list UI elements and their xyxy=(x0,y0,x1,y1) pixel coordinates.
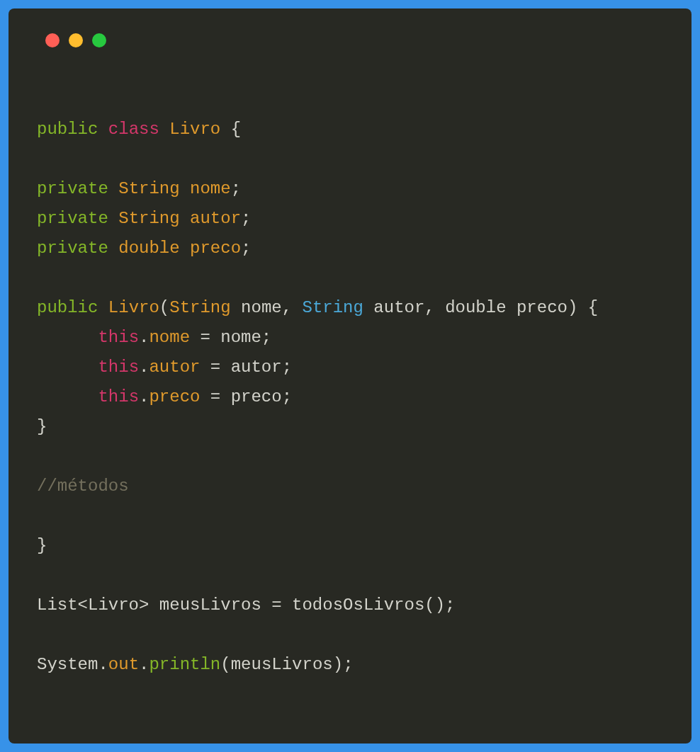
params-rest: autor, double preco xyxy=(363,298,568,317)
code-window: public class Livro { private String nome… xyxy=(9,8,691,744)
prop-autor: autor xyxy=(149,358,200,377)
lparen: ( xyxy=(220,655,230,674)
prop-preco: preco xyxy=(149,387,200,406)
brace: } xyxy=(37,536,47,555)
rparen: ) xyxy=(568,298,577,317)
field-autor: autor xyxy=(190,209,241,228)
field-nome: nome xyxy=(190,179,231,198)
assign: = autor; xyxy=(200,358,292,377)
lparen: ( xyxy=(159,298,169,317)
system: System xyxy=(37,655,98,674)
code-block: public class Livro { private String nome… xyxy=(37,115,663,680)
semicolon: ; xyxy=(231,179,241,198)
brace: { xyxy=(220,120,241,139)
keyword-public: public xyxy=(37,120,98,139)
keyword-class: class xyxy=(108,120,159,139)
comment: //métodos xyxy=(37,477,129,496)
maximize-icon[interactable] xyxy=(92,33,106,47)
indent xyxy=(37,328,98,347)
out: out xyxy=(108,655,139,674)
prop-nome: nome xyxy=(149,328,190,347)
assign: = nome; xyxy=(190,328,271,347)
brace: { xyxy=(577,298,598,317)
keyword-this: this xyxy=(98,358,139,377)
assign: = preco; xyxy=(200,387,292,406)
constructor-name: Livro xyxy=(108,298,159,317)
keyword-public: public xyxy=(37,298,98,317)
brace: } xyxy=(37,417,47,436)
traffic-lights xyxy=(45,33,663,47)
println: println xyxy=(149,655,220,674)
semicolon: ; xyxy=(241,239,251,258)
list-declaration: List<Livro> meusLivros = todosOsLivros()… xyxy=(37,596,456,615)
arg: meusLivros xyxy=(231,655,333,674)
param-type: String xyxy=(169,298,230,317)
type-string: String xyxy=(118,179,179,198)
dot: . xyxy=(139,358,149,377)
dot: . xyxy=(139,387,149,406)
keyword-private: private xyxy=(37,179,108,198)
keyword-this: this xyxy=(98,328,139,347)
keyword-this: this xyxy=(98,387,139,406)
class-name: Livro xyxy=(169,120,220,139)
field-preco: preco xyxy=(190,239,241,258)
minimize-icon[interactable] xyxy=(69,33,83,47)
indent xyxy=(37,358,98,377)
dot: . xyxy=(139,328,149,347)
dot: . xyxy=(139,655,149,674)
indent xyxy=(37,387,98,406)
semicolon: ; xyxy=(241,209,251,228)
type-double: double xyxy=(118,239,179,258)
keyword-private: private xyxy=(37,209,108,228)
type-string: String xyxy=(118,209,179,228)
semicolon: ; xyxy=(343,655,353,674)
rparen: ) xyxy=(333,655,343,674)
keyword-private: private xyxy=(37,239,108,258)
dot: . xyxy=(98,655,108,674)
param-nome: nome, xyxy=(231,298,303,317)
param-type: String xyxy=(303,298,363,317)
close-icon[interactable] xyxy=(45,33,60,47)
